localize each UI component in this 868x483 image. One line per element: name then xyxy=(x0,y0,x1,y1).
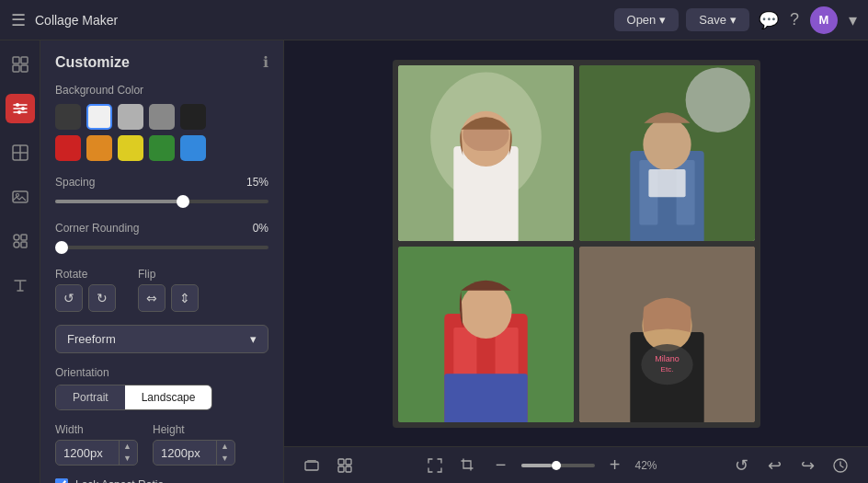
topbar-right: 💬 ? M ▾ xyxy=(759,6,857,34)
background-color-label: Background Color xyxy=(55,84,268,97)
corner-rounding-label: Corner Rounding xyxy=(55,222,139,235)
history-button[interactable] xyxy=(828,453,853,478)
zoom-in-button[interactable]: + xyxy=(602,453,628,478)
width-input[interactable] xyxy=(56,442,119,465)
avatar-chevron-icon[interactable]: ▾ xyxy=(849,10,857,30)
corner-rounding-slider-container[interactable] xyxy=(55,240,268,255)
menu-button[interactable]: ☰ xyxy=(11,10,26,30)
grid-toggle-button[interactable] xyxy=(332,453,358,478)
collage-grid[interactable]: Milano Etc. xyxy=(393,60,760,428)
flip-label: Flip xyxy=(138,268,199,281)
lock-aspect-ratio-checkbox[interactable] xyxy=(55,478,68,483)
canvas-content[interactable]: Milano Etc. xyxy=(284,40,868,446)
corner-rounding-value: 0% xyxy=(253,222,268,235)
orientation-buttons: Portrait Landscape xyxy=(55,385,212,410)
color-swatch-blue[interactable] xyxy=(180,135,206,161)
svg-point-36 xyxy=(460,282,511,338)
width-up-button[interactable]: ▲ xyxy=(120,441,135,453)
color-swatch-yellow[interactable] xyxy=(118,135,143,161)
layout-dropdown-value: Freeform xyxy=(67,332,116,346)
dimensions-row: Width ▲ ▼ Height ▲ xyxy=(55,423,268,466)
info-icon[interactable]: ℹ xyxy=(263,53,268,71)
svg-point-25 xyxy=(685,67,749,132)
svg-rect-2 xyxy=(13,65,19,72)
zoom-value: 42% xyxy=(635,459,665,472)
svg-rect-0 xyxy=(13,57,19,63)
bottom-toolbar: − + 42% ↺ ↩ ↪ xyxy=(284,446,868,483)
color-swatch-white[interactable] xyxy=(86,104,112,130)
svg-point-17 xyxy=(14,242,19,247)
orientation-label: Orientation xyxy=(55,366,268,379)
rotate-ccw-button[interactable]: ↺ xyxy=(55,284,83,312)
chat-button[interactable]: 💬 xyxy=(759,10,779,30)
svg-rect-48 xyxy=(346,466,351,472)
rotate-canvas-button[interactable]: ↺ xyxy=(728,453,754,478)
undo-button[interactable]: ↩ xyxy=(761,453,787,478)
corner-rounding-row: Corner Rounding 0% xyxy=(55,222,268,235)
color-swatch-black[interactable] xyxy=(180,104,206,130)
crop-button[interactable] xyxy=(455,453,481,478)
spacing-thumb[interactable] xyxy=(177,195,189,208)
color-swatch-light-gray[interactable] xyxy=(118,104,143,130)
collage-cell-3[interactable] xyxy=(398,247,574,422)
flip-h-button[interactable]: ⇔ xyxy=(138,284,166,312)
rotate-cw-button[interactable]: ↻ xyxy=(88,284,116,312)
collage-cell-2[interactable] xyxy=(579,65,755,241)
svg-text:Milano: Milano xyxy=(655,354,680,363)
width-down-button[interactable]: ▼ xyxy=(120,453,135,465)
sidebar-item-text[interactable] xyxy=(6,270,35,300)
sidebar: Customize ℹ Background Color Spacing 15% xyxy=(40,40,284,483)
height-down-button[interactable]: ▼ xyxy=(217,453,233,465)
collage-cell-4[interactable]: Milano Etc. xyxy=(579,247,755,422)
color-swatch-dark-gray[interactable] xyxy=(55,104,81,130)
redo-button[interactable]: ↪ xyxy=(794,453,820,478)
collage-cell-1[interactable] xyxy=(398,65,574,241)
height-up-button[interactable]: ▲ xyxy=(217,441,233,453)
corner-thumb[interactable] xyxy=(55,241,68,254)
sidebar-item-images[interactable] xyxy=(6,182,35,212)
main-layout: Customize ℹ Background Color Spacing 15% xyxy=(0,40,868,483)
zoom-slider[interactable] xyxy=(521,464,595,467)
width-group: Width ▲ ▼ xyxy=(55,423,138,466)
width-input-wrap: ▲ ▼ xyxy=(55,440,138,466)
avatar[interactable]: M xyxy=(810,6,838,34)
landscape-button[interactable]: Landscape xyxy=(125,385,212,409)
width-label: Width xyxy=(55,423,138,436)
canvas-area: Milano Etc. xyxy=(284,40,868,483)
svg-point-29 xyxy=(643,118,691,169)
layout-dropdown[interactable]: Freeform ▾ xyxy=(55,325,268,353)
color-swatch-orange[interactable] xyxy=(86,135,112,161)
width-spinner: ▲ ▼ xyxy=(119,441,135,465)
flip-v-button[interactable]: ⇕ xyxy=(171,284,199,312)
svg-rect-18 xyxy=(21,242,27,247)
topbar: ☰ Collage Maker Open ▾ Save ▾ 💬 ? M ▾ xyxy=(0,0,868,40)
svg-rect-46 xyxy=(346,459,351,465)
color-swatch-green[interactable] xyxy=(149,135,175,161)
topbar-center: Open ▾ Save ▾ xyxy=(614,8,749,31)
height-input[interactable] xyxy=(154,442,216,465)
rotate-group: Rotate ↺ ↻ xyxy=(55,268,116,312)
svg-rect-47 xyxy=(338,466,344,472)
svg-rect-45 xyxy=(338,459,344,465)
fit-button[interactable] xyxy=(422,453,448,478)
zoom-out-button[interactable]: − xyxy=(488,453,514,478)
svg-rect-3 xyxy=(21,65,28,72)
app-title: Collage Maker xyxy=(35,13,605,28)
layers-button[interactable] xyxy=(299,453,325,478)
sidebar-item-customize[interactable] xyxy=(6,94,35,123)
sidebar-item-layout[interactable] xyxy=(6,50,35,79)
color-swatch-red[interactable] xyxy=(55,135,81,161)
portrait-button[interactable]: Portrait xyxy=(56,385,125,409)
open-button[interactable]: Open ▾ xyxy=(614,8,680,31)
spacing-row: Spacing 15% xyxy=(55,176,268,189)
color-swatch-gray[interactable] xyxy=(149,104,175,130)
svg-point-8 xyxy=(21,107,25,110)
save-button[interactable]: Save ▾ xyxy=(686,8,749,31)
rotate-label: Rotate xyxy=(55,268,116,281)
sidebar-item-grid[interactable] xyxy=(6,138,35,167)
sidebar-item-elements[interactable] xyxy=(6,226,35,256)
sidebar-scroll[interactable]: Background Color Spacing 15% xyxy=(40,80,283,483)
corner-track-bg xyxy=(55,246,268,249)
help-button[interactable]: ? xyxy=(790,10,799,29)
spacing-slider-container[interactable] xyxy=(55,194,268,209)
